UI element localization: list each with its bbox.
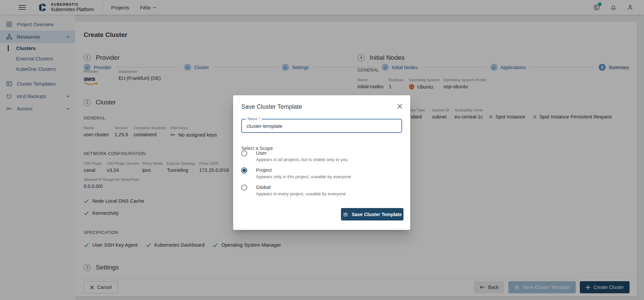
radio-global[interactable] xyxy=(241,185,247,191)
dialog-save-cluster-template-button[interactable]: Save Cluster Template xyxy=(341,208,403,220)
close-icon[interactable] xyxy=(397,103,403,109)
template-name-field-outline: Name * xyxy=(241,119,402,133)
save-icon xyxy=(343,211,348,217)
template-name-input[interactable] xyxy=(242,119,401,132)
scope-option-project[interactable]: Project Appears only in this project, us… xyxy=(241,167,351,179)
radio-project[interactable] xyxy=(241,167,247,173)
dialog-title: Save Cluster Template xyxy=(241,103,302,110)
scope-option-global[interactable]: Global Appears in every project, useable… xyxy=(241,184,346,196)
scope-option-user[interactable]: User Appears in all projects, but is vis… xyxy=(241,150,347,162)
save-cluster-template-dialog: Save Cluster Template Name * Select a Sc… xyxy=(233,95,410,230)
app-root: KUBERMATIC Kubernetes Platform Projects … xyxy=(0,0,644,300)
radio-user[interactable] xyxy=(241,150,247,156)
